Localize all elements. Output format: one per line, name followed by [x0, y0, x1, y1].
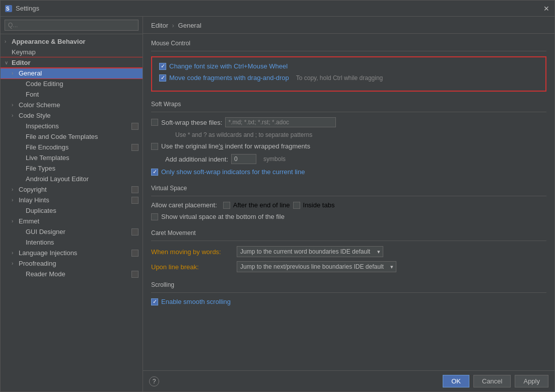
- check-icon: ✓: [153, 169, 157, 175]
- inside-tabs-label: Inside tabs: [303, 201, 335, 209]
- sidebar-item-code-editing[interactable]: Code Editing: [1, 79, 143, 89]
- ok-button[interactable]: OK: [443, 375, 469, 387]
- after-end-label: After the end of line: [233, 201, 290, 209]
- badge-icon: [131, 144, 138, 151]
- soft-wrap-option2-label: Use the original line's indent for wrapp…: [161, 142, 310, 150]
- sidebar-item-label: Code Editing: [26, 80, 63, 88]
- sidebar-item-live-templates[interactable]: Live Templates: [1, 152, 143, 163]
- sidebar-item-file-types[interactable]: File Types: [1, 163, 143, 174]
- sidebar-item-label: Duplicates: [26, 207, 56, 214]
- tree: › Appearance & Behavior Keymap ∨ Editor …: [1, 34, 143, 391]
- check-icon: ✓: [161, 74, 165, 81]
- badge-icon: [131, 228, 138, 236]
- inside-tabs-checkbox[interactable]: [293, 202, 300, 209]
- sidebar-item-label: Code Style: [19, 112, 51, 119]
- breadcrumb-separator: ›: [172, 22, 174, 29]
- sidebar-item-color-scheme[interactable]: › Color Scheme: [1, 100, 143, 110]
- bottom-bar: ? OK Cancel Apply: [143, 370, 554, 391]
- sidebar-item-appearance[interactable]: › Appearance & Behavior: [1, 36, 143, 47]
- soft-wrap-option2-checkbox[interactable]: [151, 143, 158, 150]
- close-button[interactable]: ✕: [542, 5, 550, 13]
- sidebar-item-file-code-templates[interactable]: File and Code Templates: [1, 131, 143, 142]
- breadcrumb-part2: General: [178, 22, 201, 29]
- moving-dropdown[interactable]: Jump to the current word boundaries IDE …: [237, 246, 383, 257]
- wildcard-hint: Use * and ? as wildcards and ; to separa…: [151, 131, 546, 138]
- arrow-icon: ›: [12, 250, 19, 256]
- scrolling-title: Scrolling: [151, 281, 546, 288]
- soft-wrap-files-input[interactable]: [225, 117, 336, 127]
- caret-break-row: Upon line break: Jump to the next/previo…: [151, 261, 546, 272]
- settings-window: S Settings ✕ › Appearance & Behavior Key…: [0, 0, 555, 392]
- sidebar-item-duplicates[interactable]: Duplicates: [1, 205, 143, 216]
- soft-wrap-option3-row: ✓ Only show soft-wrap indicators for the…: [151, 168, 546, 176]
- sidebar-item-label: Live Templates: [26, 154, 69, 162]
- sidebar-item-android-layout-editor[interactable]: Android Layout Editor: [1, 174, 143, 184]
- show-bottom-checkbox[interactable]: [151, 213, 158, 220]
- mouse-option2-row: ✓ Move code fragments with drag-and-drop…: [159, 74, 538, 82]
- sidebar-item-language-injections[interactable]: › Language Injections: [1, 248, 143, 258]
- badge-icon: [131, 123, 138, 130]
- sidebar-item-label: Proofreading: [19, 260, 56, 267]
- soft-wrap-option1-checkbox[interactable]: [151, 119, 158, 126]
- soft-wrap-option1-label: Soft-wrap these files:: [161, 119, 222, 126]
- sidebar-item-label: Language Injections: [19, 249, 77, 257]
- indent-suffix: symbols: [263, 155, 286, 163]
- mouse-control-title: Mouse Control: [151, 40, 546, 47]
- sidebar-item-proofreading[interactable]: › Proofreading: [1, 258, 143, 269]
- sidebar-item-intentions[interactable]: Intentions: [1, 237, 143, 248]
- indent-label: Add additional indent:: [165, 155, 228, 163]
- after-end-checkbox[interactable]: [223, 202, 230, 209]
- sidebar-item-label: File Types: [26, 165, 55, 172]
- sidebar-item-keymap[interactable]: Keymap: [1, 47, 143, 57]
- mouse-option2-label: Move code fragments with drag-and-drop: [169, 74, 289, 82]
- moving-dropdown-wrapper: Jump to the current word boundaries IDE …: [237, 246, 383, 257]
- sidebar-item-inlay-hints[interactable]: › Inlay Hints: [1, 195, 143, 205]
- arrow-icon: ›: [12, 218, 19, 224]
- scrolling-section: Scrolling ✓ Enable smooth scrolling: [151, 281, 546, 305]
- scrolling-option1-row: ✓ Enable smooth scrolling: [151, 298, 546, 305]
- soft-wrap-option3-checkbox[interactable]: ✓: [151, 169, 158, 176]
- sidebar-item-reader-mode[interactable]: Reader Mode: [1, 269, 143, 279]
- sidebar-item-general[interactable]: › General: [1, 68, 143, 79]
- apply-button[interactable]: Apply: [515, 375, 548, 387]
- divider: [151, 51, 546, 51]
- badge-icon: [131, 197, 138, 204]
- sidebar-item-font[interactable]: Font: [1, 89, 143, 100]
- mouse-option1-checkbox[interactable]: ✓: [159, 63, 166, 70]
- sidebar-item-file-encodings[interactable]: File Encodings: [1, 142, 143, 152]
- help-button[interactable]: ?: [149, 376, 159, 386]
- sidebar-item-label: Font: [26, 91, 39, 98]
- sidebar-item-label: Color Scheme: [19, 101, 60, 109]
- underline-text: 's: [219, 142, 223, 150]
- indent-value-input[interactable]: [231, 154, 256, 164]
- sidebar-item-copyright[interactable]: › Copyright: [1, 184, 143, 195]
- soft-wrap-option1-row: Soft-wrap these files:: [151, 117, 546, 127]
- arrow-icon: ›: [12, 197, 19, 203]
- arrow-icon: ›: [12, 102, 19, 108]
- sidebar-item-code-style[interactable]: › Code Style: [1, 110, 143, 121]
- sidebar-item-gui-designer[interactable]: GUI Designer: [1, 226, 143, 237]
- break-dropdown[interactable]: Jump to the next/previous line boundarie…: [237, 261, 396, 272]
- arrow-icon: ›: [12, 70, 19, 76]
- mouse-option2-checkbox[interactable]: ✓: [159, 74, 166, 82]
- caret-movement-title: Caret Movement: [151, 229, 546, 237]
- search-input[interactable]: [5, 20, 138, 31]
- virtual-space-section: Virtual Space Allow caret placement: Aft…: [151, 185, 546, 220]
- cancel-button[interactable]: Cancel: [473, 375, 511, 387]
- sidebar-item-emmet[interactable]: › Emmet: [1, 216, 143, 226]
- smooth-scroll-label: Enable smooth scrolling: [161, 298, 231, 305]
- soft-wrap-option2-row: Use the original line's indent for wrapp…: [151, 142, 546, 150]
- arrow-icon: ›: [5, 39, 12, 44]
- sidebar-item-editor[interactable]: ∨ Editor: [1, 57, 143, 68]
- sidebar-item-label: Copyright: [19, 186, 47, 193]
- titlebar: S Settings ✕: [1, 1, 554, 17]
- svg-text:S: S: [6, 6, 10, 12]
- sidebar-item-label: GUI Designer: [26, 228, 65, 236]
- virtual-space-bottom-row: Show virtual space at the bottom of the …: [151, 213, 546, 220]
- soft-wraps-section: Soft Wraps Soft-wrap these files: Use * …: [151, 101, 546, 176]
- arrow-icon: ∨: [5, 60, 12, 65]
- mouse-option2-hint: To copy, hold Ctrl while dragging: [296, 74, 383, 82]
- soft-wraps-title: Soft Wraps: [151, 101, 546, 108]
- sidebar-item-inspections[interactable]: Inspections: [1, 121, 143, 131]
- smooth-scroll-checkbox[interactable]: ✓: [151, 298, 158, 305]
